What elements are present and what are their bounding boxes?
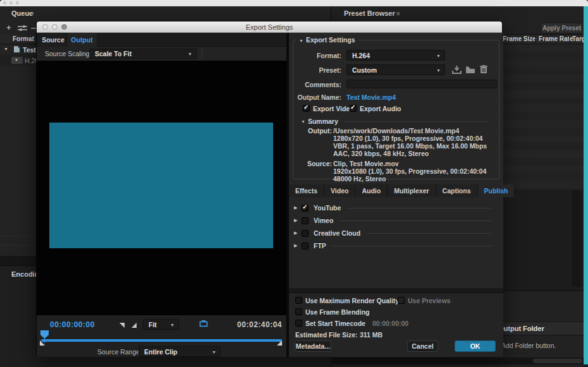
summary-source-label: Source: (293, 160, 332, 167)
tab-audio[interactable]: Audio (355, 184, 388, 197)
zoom-level-value: Fit (149, 321, 157, 328)
max-render-quality-label: Use Maximum Render Quality (305, 297, 399, 304)
summary-source-audio: 48000 Hz, Stereo (333, 175, 386, 183)
publish-row-youtube: ▶ ✓ YouTube (294, 202, 498, 214)
frame-size-column-header[interactable]: Frame Size (503, 35, 536, 42)
save-preset-icon[interactable] (452, 65, 462, 74)
publish-row-vimeo: ▶ Vimeo (294, 214, 498, 227)
source-scaling-value: Scale To Fit (95, 50, 132, 57)
publish-row-ftp: ▶ FTP (294, 239, 498, 252)
dialog-titlebar[interactable]: Export Settings (37, 21, 502, 33)
zoom-level-dropdown[interactable]: Fit ▼ (143, 319, 179, 330)
panel-menu-icon[interactable]: ≡ (396, 10, 400, 17)
tab-video[interactable]: Video (324, 184, 355, 197)
export-video-label: Export Video (313, 105, 354, 112)
format-column-header[interactable]: Format (13, 35, 34, 42)
summary-header[interactable]: ▼ Summary (301, 117, 494, 125)
start-timecode-checkbox[interactable] (295, 320, 302, 327)
filter-icon[interactable] (18, 25, 27, 32)
watch-folders-hint-text: Add Folder button. (501, 342, 556, 349)
source-scaling-label: Source Scaling: (45, 50, 92, 57)
source-scaling-dropdown[interactable]: Scale To Fit ▼ (89, 49, 197, 59)
format-mini-dropdown[interactable]: ▼ (11, 57, 23, 64)
tab-publish[interactable]: Publish (478, 184, 515, 197)
preset-browser-title: Preset Browser (344, 9, 395, 17)
check-icon: ✓ (350, 104, 355, 111)
disclosure-right-icon[interactable]: ▶ (294, 218, 302, 223)
chevron-down-icon: ▼ (212, 349, 216, 354)
timeline-track[interactable] (41, 339, 282, 342)
frame-rate-column-header[interactable]: Frame Rate (539, 35, 573, 42)
add-source-icon[interactable]: + (6, 23, 11, 32)
current-timecode[interactable]: 00:00:00:00 (50, 320, 95, 329)
creative-cloud-checkbox[interactable] (302, 230, 309, 237)
creative-cloud-label: Creative Cloud (314, 229, 360, 237)
export-video-checkbox[interactable]: ✓ (303, 105, 310, 112)
set-in-point-icon[interactable] (119, 323, 125, 328)
cancel-button[interactable]: Cancel (407, 340, 438, 352)
output-folder-column-header[interactable]: Output Folder (498, 325, 544, 332)
disclosure-right-icon[interactable]: ▶ (294, 243, 302, 248)
format-dropdown[interactable]: H.264 ▼ (346, 50, 445, 61)
start-timecode-value[interactable]: 00:00:00:00 (372, 320, 408, 327)
disclosure-right-icon[interactable]: ▶ (294, 231, 302, 236)
export-audio-checkbox[interactable]: ✓ (350, 105, 357, 112)
tab-source[interactable]: Source (40, 33, 67, 47)
window-edge-highlight (584, 6, 588, 364)
disclosure-down-icon: ▼ (299, 39, 303, 43)
dialog-title: Export Settings (37, 23, 502, 31)
apply-preset-button[interactable]: Apply Preset (541, 23, 583, 33)
column-divider (535, 36, 536, 43)
vimeo-checkbox[interactable] (302, 217, 309, 224)
comments-input[interactable] (346, 80, 497, 88)
set-out-point-icon[interactable] (132, 323, 137, 328)
clip-icon (13, 45, 20, 53)
import-preset-icon[interactable] (465, 66, 475, 74)
output-name-link[interactable]: Test Movie.mp4 (346, 93, 396, 101)
video-preview-frame[interactable] (49, 123, 273, 248)
use-previews-label: Use Previews (408, 297, 451, 304)
tab-multiplexer[interactable]: Multiplexer (388, 184, 436, 197)
preset-dropdown[interactable]: Custom ▼ (346, 64, 445, 75)
tab-effects[interactable]: Effects (289, 184, 324, 197)
source-range-dropdown[interactable]: Entire Clip ▼ (138, 346, 221, 357)
macos-close-icon[interactable] (3, 1, 6, 4)
video-preview-area (37, 61, 286, 315)
preview-pane: Source Output Source Scaling: Scale To F… (37, 33, 286, 357)
delete-preset-icon[interactable] (480, 65, 487, 74)
macos-zoom-icon[interactable] (16, 1, 19, 4)
use-previews-checkbox[interactable] (398, 297, 405, 304)
summary-output-audio: AAC, 320 kbps, 48 kHz, Stereo (333, 150, 429, 157)
macos-minimize-icon[interactable] (9, 1, 13, 4)
comments-label: Comments: (293, 81, 341, 88)
crop-icon[interactable] (199, 320, 208, 328)
frame-blending-label: Use Frame Blending (305, 308, 370, 316)
youtube-checkbox[interactable]: ✓ (302, 205, 309, 212)
frame-blending-checkbox[interactable] (295, 308, 302, 315)
column-divider (569, 36, 570, 43)
tab-output[interactable]: Output (67, 33, 97, 47)
row-rule (333, 246, 491, 246)
disclosure-down-icon[interactable]: ▼ (4, 47, 8, 51)
chevron-down-icon: ▼ (188, 52, 192, 56)
transport-area: 00:00:00:00 Fit ▼ 00:02:40:04 Source Ran… (37, 315, 286, 357)
tab-captions[interactable]: Captions (436, 184, 478, 197)
panel-menu-icon[interactable]: ≡ (30, 10, 34, 17)
ftp-checkbox[interactable] (302, 243, 309, 250)
check-icon: ✓ (303, 104, 309, 111)
summary-output-bitrate: VBR, 1 pass, Target 16.00 Mbps, Max 16.0… (333, 142, 487, 150)
vimeo-label: Vimeo (314, 217, 333, 224)
max-render-quality-checkbox[interactable] (295, 297, 302, 304)
disclosure-right-icon[interactable]: ▶ (294, 205, 302, 210)
export-settings-section-title[interactable]: ▼Export Settings (296, 36, 358, 44)
ok-button[interactable]: OK (455, 340, 496, 352)
toolbar-divider (202, 49, 202, 58)
row-rule (340, 220, 491, 221)
settings-pane: ▼Export Settings Format: H.264 ▼ Preset:… (289, 33, 503, 357)
publish-row-creative-cloud: ▶ Creative Cloud (294, 227, 498, 239)
preset-table-scrollbar[interactable] (572, 191, 582, 287)
metadata-button[interactable]: Metadata... (295, 340, 331, 352)
dialog-footer: Use Maximum Render Quality Use Previews … (289, 292, 503, 357)
horizontal-scrollbar-handle[interactable] (533, 359, 582, 363)
check-icon: ✓ (302, 203, 307, 210)
